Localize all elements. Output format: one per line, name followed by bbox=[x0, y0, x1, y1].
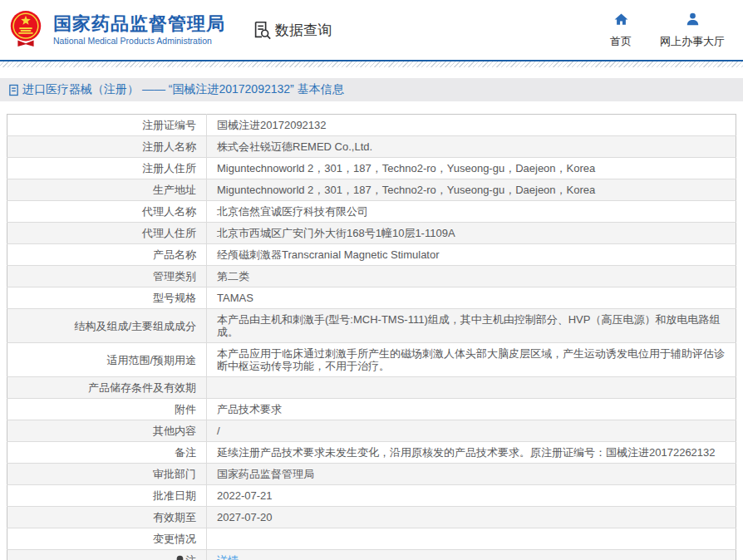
row-value: 2027-07-20 bbox=[207, 507, 736, 528]
details-link[interactable]: 详情 bbox=[217, 554, 239, 560]
nav-online-service-hall-label: 网上办事大厅 bbox=[660, 34, 725, 49]
nav-online-service-hall[interactable]: 网上办事大厅 bbox=[660, 12, 725, 49]
row-label-text: 变更情况 bbox=[153, 533, 196, 545]
nav-home-label: 首页 bbox=[610, 34, 632, 49]
row-label-text: 适用范围/预期用途 bbox=[106, 354, 196, 366]
row-label-text: 结构及组成/主要组成成分 bbox=[74, 320, 196, 332]
row-label: 代理人名称 bbox=[7, 201, 207, 223]
table-row: 备注延续注册产品技术要求未发生变化，沿用原核发的产品技术要求。原注册证编号：国械… bbox=[7, 442, 736, 464]
row-label-text: 产品名称 bbox=[153, 248, 196, 261]
row-value: 国家药品监督管理局 bbox=[207, 464, 736, 485]
row-label: 备注 bbox=[7, 442, 207, 464]
row-value: 北京信然宜诚医疗科技有限公司 bbox=[207, 201, 736, 223]
person-icon bbox=[685, 12, 701, 31]
brand-logo-block: 国家药品监督管理局 National Medical Products Admi… bbox=[7, 9, 225, 51]
table-row: 变更情况 bbox=[7, 528, 736, 550]
row-value: 延续注册产品技术要求未发生变化，沿用原核发的产品技术要求。原注册证编号：国械注进… bbox=[207, 442, 736, 464]
site-title-block: 国家药品监督管理局 National Medical Products Admi… bbox=[53, 13, 225, 47]
row-value: 产品技术要求 bbox=[207, 399, 736, 420]
row-label: 管理类别 bbox=[7, 266, 207, 287]
table-row: 结构及组成/主要组成成分本产品由主机和刺激手(型号:MCH-TMS-111)组成… bbox=[7, 309, 736, 343]
row-label-text: 其他内容 bbox=[153, 425, 196, 437]
row-label: 注册人住所 bbox=[7, 158, 207, 179]
row-label-text: 附件 bbox=[175, 403, 196, 415]
row-label-text: 型号规格 bbox=[153, 292, 196, 304]
nav-home[interactable]: 首页 bbox=[610, 12, 632, 49]
breadcrumb-text: 进口医疗器械（注册） —— “国械注进20172092132” 基本信息 bbox=[22, 82, 344, 97]
document-search-icon bbox=[252, 20, 272, 40]
row-value: 2022-07-21 bbox=[207, 485, 736, 507]
row-label-text: 备注 bbox=[175, 446, 196, 459]
breadcrumb: 进口医疗器械（注册） —— “国械注进20172092132” 基本信息 bbox=[0, 78, 743, 101]
row-label-text: 审批部门 bbox=[153, 468, 196, 480]
row-label: 适用范围/预期用途 bbox=[7, 343, 207, 377]
row-value: 本产品应用于临床通过刺激手所产生的磁场刺激人体头部大脑皮层区域，产生运动诱发电位… bbox=[207, 343, 736, 377]
table-row: 其他内容/ bbox=[7, 420, 736, 442]
row-label-text: 生产地址 bbox=[153, 184, 196, 196]
row-label: 注册人名称 bbox=[7, 136, 207, 158]
site-subtitle: National Medical Products Administration bbox=[53, 35, 225, 47]
row-value: 北京市西城区广安门外大街168号1幢10层1-1109A bbox=[207, 223, 736, 244]
row-label: 结构及组成/主要组成成分 bbox=[7, 309, 207, 343]
row-label: 产品储存条件及有效期 bbox=[7, 377, 207, 399]
document-icon bbox=[8, 84, 19, 96]
row-label: 生产地址 bbox=[7, 179, 207, 201]
table-row: 代理人名称北京信然宜诚医疗科技有限公司 bbox=[7, 201, 736, 223]
table-row: 注册证编号国械注进20172092132 bbox=[7, 115, 736, 136]
home-icon bbox=[613, 12, 629, 31]
row-label: 有效期至 bbox=[7, 507, 207, 528]
row-label-text: 注册人名称 bbox=[142, 140, 196, 153]
row-label-text: 注册人住所 bbox=[142, 162, 196, 174]
info-table-body: 注册证编号国械注进20172092132注册人名称株式会社锐迈德REMED Co… bbox=[7, 115, 736, 560]
table-row: 适用范围/预期用途本产品应用于临床通过刺激手所产生的磁场刺激人体头部大脑皮层区域… bbox=[7, 343, 736, 377]
table-row: 产品储存条件及有效期 bbox=[7, 377, 736, 399]
row-label-text: 批准日期 bbox=[153, 489, 196, 502]
row-label: 变更情况 bbox=[7, 528, 207, 550]
row-value: 国械注进20172092132 bbox=[207, 115, 736, 136]
table-row: 型号规格TAMAS bbox=[7, 287, 736, 309]
row-value: TAMAS bbox=[207, 287, 736, 309]
national-emblem-icon bbox=[7, 9, 45, 51]
table-row: 审批部门国家药品监督管理局 bbox=[7, 464, 736, 485]
row-label: 附件 bbox=[7, 399, 207, 420]
data-query-nav[interactable]: 数据查询 bbox=[252, 20, 332, 40]
table-row: 生产地址Miguntechnoworld 2，301，187，Techno2-r… bbox=[7, 179, 736, 201]
row-value: / bbox=[207, 420, 736, 442]
row-label: 型号规格 bbox=[7, 287, 207, 309]
table-row: 附件产品技术要求 bbox=[7, 399, 736, 420]
row-label-text: 注册证编号 bbox=[142, 119, 196, 131]
row-label-text: 代理人住所 bbox=[142, 227, 196, 239]
row-value: 经颅磁刺激器Transcranial Magnetic Stimulator bbox=[207, 244, 736, 266]
table-row: 批准日期2022-07-21 bbox=[7, 485, 736, 507]
table-row: 产品名称经颅磁刺激器Transcranial Magnetic Stimulat… bbox=[7, 244, 736, 266]
table-row: 注详情 bbox=[7, 550, 736, 560]
row-value bbox=[207, 528, 736, 550]
row-label: 注册证编号 bbox=[7, 115, 207, 136]
row-label: 其他内容 bbox=[7, 420, 207, 442]
row-value: Miguntechnoworld 2，301，187，Techno2-ro，Yu… bbox=[207, 179, 736, 201]
row-value: 第二类 bbox=[207, 266, 736, 287]
table-row: 注册人住所Miguntechnoworld 2，301，187，Techno2-… bbox=[7, 158, 736, 179]
row-label: 审批部门 bbox=[7, 464, 207, 485]
table-row: 代理人住所北京市西城区广安门外大街168号1幢10层1-1109A bbox=[7, 223, 736, 244]
row-value: 本产品由主机和刺激手(型号:MCH-TMS-111)组成，其中主机由控制部分、H… bbox=[207, 309, 736, 343]
row-label: 注 bbox=[7, 550, 207, 560]
row-label-text: 注 bbox=[185, 554, 196, 560]
row-value: 详情 bbox=[207, 550, 736, 560]
row-label-text: 代理人名称 bbox=[142, 205, 196, 218]
table-row: 有效期至2027-07-20 bbox=[7, 507, 736, 528]
site-title: 国家药品监督管理局 bbox=[53, 13, 225, 35]
row-value: 株式会社锐迈德REMED Co.,Ltd. bbox=[207, 136, 736, 158]
data-query-label: 数据查询 bbox=[275, 21, 332, 40]
row-label-text: 有效期至 bbox=[153, 511, 196, 523]
top-nav: 首页 网上办事大厅 bbox=[610, 12, 725, 49]
hatch-pattern-band bbox=[0, 61, 743, 67]
row-label-text: 管理类别 bbox=[153, 270, 196, 282]
registration-info-table-wrap: 注册证编号国械注进20172092132注册人名称株式会社锐迈德REMED Co… bbox=[7, 114, 736, 560]
row-label: 产品名称 bbox=[7, 244, 207, 266]
site-header: 国家药品监督管理局 National Medical Products Admi… bbox=[0, 0, 743, 60]
row-value bbox=[207, 377, 736, 399]
row-label: 批准日期 bbox=[7, 485, 207, 507]
row-label: 代理人住所 bbox=[7, 223, 207, 244]
table-row: 管理类别第二类 bbox=[7, 266, 736, 287]
